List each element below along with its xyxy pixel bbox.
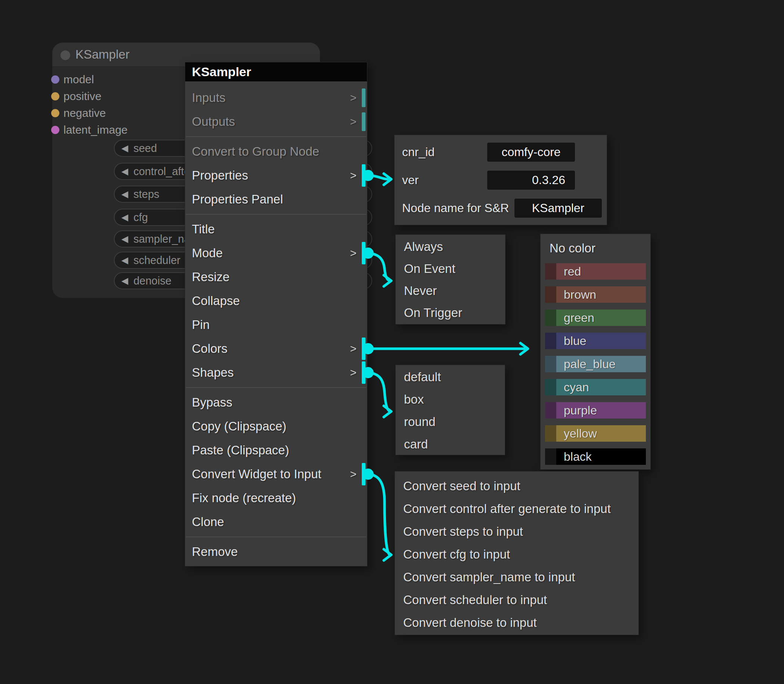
widget-label: seed [133, 142, 157, 155]
color-swatch-icon [545, 448, 556, 465]
property-value-field[interactable]: KSampler [515, 198, 602, 218]
menu-item-title[interactable]: Title [185, 217, 367, 241]
mode-option-on-trigger[interactable]: On Trigger [396, 302, 505, 324]
shape-option-card[interactable]: card [396, 433, 505, 455]
menu-item-label: Inputs [192, 91, 226, 105]
color-option-green[interactable]: green [545, 310, 646, 326]
widget-decrement-icon[interactable]: ◀ [121, 144, 128, 153]
color-option-label-wrap: green [556, 310, 646, 326]
mode-option-on-event[interactable]: On Event [396, 258, 505, 280]
convert-option-scheduler[interactable]: Convert scheduler to input [395, 589, 639, 611]
menu-item-mode[interactable]: Mode > [185, 241, 367, 265]
menu-item-label: Paste (Clipspace) [192, 443, 289, 457]
menu-item-label: Outputs [192, 115, 235, 129]
input-socket-positive-icon[interactable] [51, 92, 60, 100]
node-title: KSampler [76, 43, 129, 66]
submenu-arrow-icon: > [350, 247, 357, 260]
annotation-highlight-bar [362, 337, 366, 360]
color-option-red[interactable]: red [545, 263, 646, 280]
widget-decrement-icon[interactable]: ◀ [121, 256, 128, 265]
color-option-cyan[interactable]: cyan [545, 379, 646, 395]
shape-option-box[interactable]: box [396, 388, 505, 411]
color-swatch-icon [545, 263, 556, 280]
menu-item-label: Pin [192, 318, 210, 332]
color-option-label-wrap: black [556, 448, 646, 465]
menu-item-paste-clipspace[interactable]: Paste (Clipspace) [185, 438, 367, 462]
menu-item-properties-panel[interactable]: Properties Panel [185, 187, 367, 211]
properties-submenu: cnr_id comfy-core ver 0.3.26 Node name f… [395, 135, 607, 225]
color-option-purple[interactable]: purple [545, 402, 646, 419]
menu-item-inputs[interactable]: Inputs > [185, 86, 367, 110]
menu-separator [185, 211, 367, 217]
convert-option-cfg[interactable]: Convert cfg to input [395, 543, 639, 566]
color-option-black[interactable]: black [545, 448, 646, 465]
color-option-label-wrap: brown [556, 286, 646, 303]
widget-decrement-icon[interactable]: ◀ [121, 190, 128, 198]
color-option-label: pale_blue [564, 357, 616, 371]
widget-decrement-icon[interactable]: ◀ [121, 167, 128, 176]
convert-option-steps[interactable]: Convert steps to input [395, 520, 639, 543]
mode-option-always[interactable]: Always [396, 236, 505, 258]
annotation-highlight-bar [362, 164, 366, 187]
submenu-arrow-icon: > [350, 366, 357, 379]
mode-option-never[interactable]: Never [396, 280, 505, 302]
property-label: ver [402, 166, 418, 194]
color-option-no-color[interactable]: No color [550, 240, 650, 256]
color-option-label: yellow [564, 427, 597, 440]
submenu-arrow-icon: > [350, 169, 357, 182]
convert-option-seed[interactable]: Convert seed to input [395, 474, 639, 497]
menu-item-label: Colors [192, 342, 227, 356]
input-label-positive: positive [63, 90, 102, 103]
color-swatch-icon [545, 286, 556, 303]
menu-item-collapse[interactable]: Collapse [185, 289, 367, 313]
input-socket-latent-image-icon[interactable] [51, 126, 60, 134]
shapes-submenu: default box round card [396, 365, 505, 455]
menu-item-fix-node[interactable]: Fix node (recreate) [185, 486, 367, 510]
convert-option-denoise[interactable]: Convert denoise to input [395, 611, 639, 634]
color-option-yellow[interactable]: yellow [545, 425, 646, 442]
menu-item-properties[interactable]: Properties > [185, 163, 367, 187]
menu-item-colors[interactable]: Colors > [185, 337, 367, 361]
menu-item-label: Clone [192, 515, 224, 529]
input-socket-model-icon[interactable] [51, 76, 60, 84]
menu-item-convert-to-group-node[interactable]: Convert to Group Node [185, 140, 367, 163]
menu-item-remove[interactable]: Remove [185, 540, 367, 564]
input-socket-negative-icon[interactable] [51, 109, 60, 117]
menu-separator [185, 534, 367, 540]
convert-option-control-after-generate[interactable]: Convert control after generate to input [395, 497, 639, 520]
color-option-label: cyan [564, 381, 589, 394]
color-option-label-wrap: blue [556, 333, 646, 349]
annotation-highlight-bar [362, 361, 366, 384]
shape-option-round[interactable]: round [396, 411, 505, 433]
node-collapse-dot-icon[interactable] [60, 50, 70, 60]
convert-option-sampler-name[interactable]: Convert sampler_name to input [395, 566, 639, 589]
color-swatch-icon [545, 310, 556, 326]
menu-item-shapes[interactable]: Shapes > [185, 361, 367, 385]
widget-decrement-icon[interactable]: ◀ [121, 213, 128, 222]
menu-item-copy-clipspace[interactable]: Copy (Clipspace) [185, 415, 367, 438]
color-option-label: black [564, 450, 592, 464]
color-option-blue[interactable]: blue [545, 333, 646, 349]
color-option-pale-blue[interactable]: pale_blue [545, 356, 646, 372]
menu-item-outputs[interactable]: Outputs > [185, 110, 367, 134]
color-option-brown[interactable]: brown [545, 286, 646, 303]
menu-item-convert-widget-to-input[interactable]: Convert Widget to Input > [185, 462, 367, 486]
menu-item-resize[interactable]: Resize [185, 265, 367, 289]
mode-submenu: Always On Event Never On Trigger [396, 235, 505, 324]
menu-item-bypass[interactable]: Bypass [185, 390, 367, 415]
input-label-negative: negative [63, 107, 106, 119]
color-option-label: purple [564, 403, 597, 418]
widget-decrement-icon[interactable]: ◀ [121, 276, 128, 285]
color-option-label-wrap: pale_blue [556, 356, 646, 372]
menu-item-label: Shapes [192, 366, 234, 380]
color-swatch-icon [545, 402, 556, 419]
property-value-field[interactable]: comfy-core [487, 143, 575, 162]
shape-option-default[interactable]: default [396, 366, 505, 388]
property-value-field[interactable]: 0.3.26 [487, 171, 575, 190]
menu-item-clone[interactable]: Clone [185, 510, 367, 534]
menu-item-label: Copy (Clipspace) [192, 419, 286, 434]
menu-item-label: Fix node (recreate) [192, 491, 296, 505]
widget-decrement-icon[interactable]: ◀ [121, 234, 128, 244]
widget-label: denoise [133, 275, 171, 287]
menu-item-pin[interactable]: Pin [185, 313, 367, 337]
